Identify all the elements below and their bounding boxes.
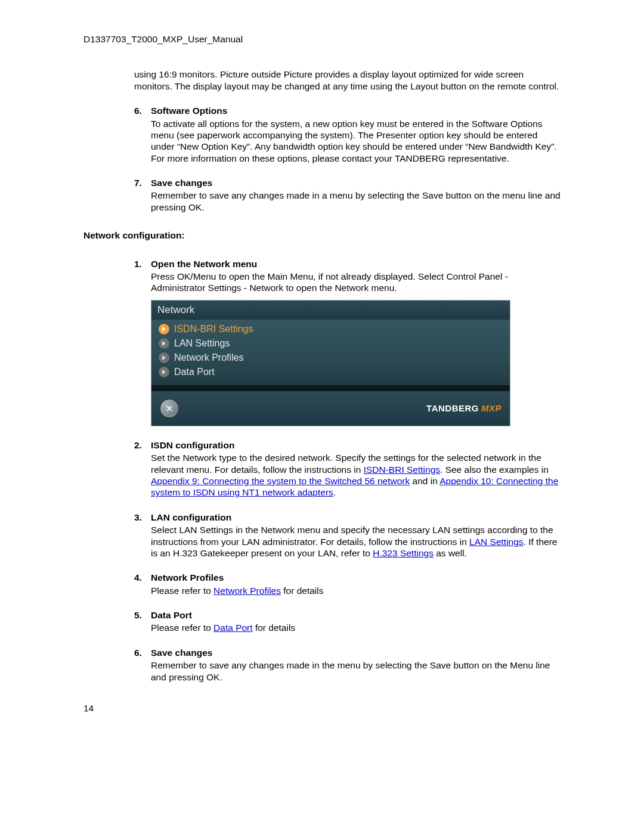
- menu-item-label: Network Profiles: [174, 352, 243, 364]
- link-network-profiles[interactable]: Network Profiles: [213, 586, 281, 596]
- list-item-save-changes: 7. Save changes Remember to save any cha…: [134, 177, 561, 213]
- close-button[interactable]: [160, 399, 179, 418]
- menu-footer: TANDBERG MXP: [151, 391, 510, 426]
- arrow-right-icon: [159, 324, 169, 335]
- page: D1337703_T2000_MXP_User_Manual using 16:…: [0, 0, 644, 833]
- item-body: Set the Network type to the desired netw…: [151, 452, 561, 498]
- list-number: 4.: [134, 572, 151, 596]
- menu-item-lan[interactable]: LAN Settings: [155, 336, 506, 351]
- link-isdn-bri-settings[interactable]: ISDN-BRI Settings: [364, 465, 440, 475]
- item-body: Please refer to Data Port for details: [151, 622, 561, 633]
- page-number: 14: [83, 702, 94, 714]
- menu-item-data-port[interactable]: Data Port: [155, 365, 506, 379]
- item-body: Select LAN Settings in the Network menu …: [151, 524, 561, 559]
- list-item-save-changes-net: 6. Save changes Remember to save any cha…: [134, 647, 561, 683]
- link-lan-settings[interactable]: LAN Settings: [469, 537, 523, 547]
- arrow-right-icon: [159, 352, 169, 363]
- arrow-right-icon: [159, 367, 169, 377]
- item-body: Please refer to Network Profiles for det…: [151, 585, 561, 596]
- document-header: D1337703_T2000_MXP_User_Manual: [83, 33, 561, 45]
- text: Please refer to: [151, 586, 213, 596]
- menu-item-label: ISDN-BRI Settings: [174, 323, 253, 335]
- item-body: To activate all options for the system, …: [151, 118, 561, 165]
- item-title: Save changes: [151, 177, 561, 188]
- text: . See also the examples in: [440, 465, 549, 475]
- list-number: 7.: [134, 177, 151, 213]
- text: .: [333, 487, 336, 497]
- close-icon: [165, 404, 174, 413]
- arrow-right-icon: [159, 338, 169, 349]
- menu-item-label: LAN Settings: [174, 337, 230, 349]
- list-number: 2.: [134, 439, 151, 498]
- menu-title: Network: [151, 301, 510, 320]
- intro-paragraph: using 16:9 monitors. Picture outside Pic…: [134, 69, 561, 92]
- item-body: Remember to save any changes made in the…: [151, 659, 561, 683]
- network-config-heading: Network configuration:: [83, 230, 561, 241]
- item-body: Press OK/Menu to open the Main Menu, if …: [151, 271, 561, 294]
- text: for details: [253, 623, 296, 633]
- svg-marker-3: [162, 370, 166, 374]
- item-body: Remember to save any changes made in a m…: [151, 190, 561, 213]
- text: for details: [281, 586, 324, 596]
- item-title: Save changes: [151, 647, 561, 658]
- list-number: 5.: [134, 609, 151, 634]
- text: Please refer to: [151, 623, 213, 633]
- list-item-software-options: 6. Software Options To activate all opti…: [134, 105, 561, 164]
- list-item-network-profiles: 4. Network Profiles Please refer to Netw…: [134, 572, 561, 596]
- list-number: 3.: [134, 512, 151, 559]
- network-list: 1. Open the Network menu Press OK/Menu t…: [134, 258, 561, 683]
- brand-text: TANDBERG: [426, 403, 479, 414]
- menu-item-isdn-bri[interactable]: ISDN-BRI Settings: [155, 322, 506, 336]
- link-h323-settings[interactable]: H.323 Settings: [373, 548, 434, 558]
- list-item-data-port: 5. Data Port Please refer to Data Port f…: [134, 609, 561, 634]
- brand-logo: TANDBERG MXP: [426, 403, 501, 414]
- list-number: 1.: [134, 258, 151, 426]
- svg-marker-1: [162, 341, 166, 346]
- svg-marker-0: [162, 327, 166, 332]
- link-data-port[interactable]: Data Port: [213, 623, 252, 633]
- brand-suffix: MXP: [481, 403, 501, 414]
- menu-items: ISDN-BRI Settings LAN Settings: [151, 320, 510, 385]
- list-item-lan-config: 3. LAN configuration Select LAN Settings…: [134, 512, 561, 559]
- menu-item-label: Data Port: [174, 366, 215, 378]
- text: as well.: [434, 548, 467, 558]
- item-title: Network Profiles: [151, 572, 561, 583]
- menu-item-profiles[interactable]: Network Profiles: [155, 351, 506, 365]
- item-title: ISDN configuration: [151, 439, 561, 451]
- network-menu-screenshot: Network ISDN-BRI Settings LA: [151, 300, 510, 426]
- item-title: Open the Network menu: [151, 258, 561, 270]
- content-col: using 16:9 monitors. Picture outside Pic…: [134, 69, 561, 213]
- item-title: Software Options: [151, 105, 561, 116]
- svg-marker-2: [162, 355, 166, 360]
- list-number: 6.: [134, 105, 151, 164]
- item-title: Data Port: [151, 609, 561, 621]
- link-appendix-9[interactable]: Appendix 9: Connecting the system to the…: [151, 476, 410, 486]
- list-item-isdn-config: 2. ISDN configuration Set the Network ty…: [134, 439, 561, 498]
- menu-separator: [151, 385, 510, 391]
- item-title: LAN configuration: [151, 512, 561, 523]
- list-number: 6.: [134, 647, 151, 683]
- text: and in: [410, 476, 439, 486]
- list-item-open-network: 1. Open the Network menu Press OK/Menu t…: [134, 258, 561, 426]
